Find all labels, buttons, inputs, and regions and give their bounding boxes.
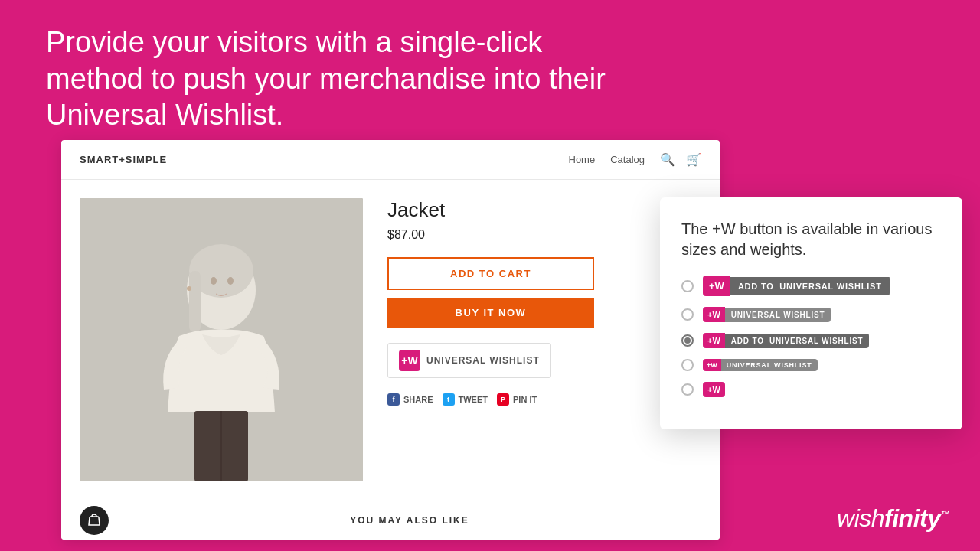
you-may-like-label: YOU MAY ALSO LIKE [118,515,701,526]
wl-badge-large[interactable]: +W ADD TO UNIVERSAL WISHLIST [703,276,890,296]
wishlist-w-icon: +W [401,354,417,367]
plus-w-icon-small: +W [707,336,720,345]
shopify-icon [80,506,109,535]
universal-wishlist-button[interactable]: +W UNIVERSAL WISHLIST [387,343,551,378]
nav-links: Home Catalog [569,154,645,165]
twitter-icon: t [443,393,455,406]
share-label: SHARE [403,395,433,404]
store-footer: YOU MAY ALSO LIKE [61,500,720,540]
pin-button[interactable]: P PIN IT [497,393,537,406]
social-share: f SHARE t TWEET P PIN IT [387,393,701,406]
shopify-bag-svg [87,513,102,528]
hero-section: Provide your visitors with a single-clic… [0,0,980,152]
trademark-symbol: ™ [941,509,950,520]
cart-icon[interactable]: 🛒 [686,152,701,167]
tweet-label: TWEET [459,395,488,404]
plus-w-icon-medium: +W [707,310,720,319]
wl-text-large: ADD TO UNIVERSAL WISHLIST [730,277,890,295]
plus-w-icon-mini: +W [707,361,717,369]
wishlist-option-1: +W ADD TO UNIVERSAL WISHLIST [681,276,941,296]
nav-catalog[interactable]: Catalog [610,154,645,165]
pinterest-icon: P [497,393,509,406]
svg-point-6 [211,277,217,285]
svg-point-8 [187,286,191,291]
product-image [80,198,363,481]
radio-3[interactable] [681,334,694,347]
plus-w-icon-only: +W [707,385,720,394]
overlay-panel: The +W button is available in various si… [660,197,962,429]
wishlist-btn-text: UNIVERSAL WISHLIST [426,355,540,366]
wishfinity-logo: wishfinity™ [837,504,949,533]
wl-icon-large: +W [703,276,730,296]
wl-badge-mini[interactable]: +W UNIVERSAL WISHLIST [703,359,818,371]
add-to-cart-button[interactable]: ADD TO CART [387,257,594,290]
wishlist-option-2: +W UNIVERSAL WISHLIST [681,307,941,322]
radio-1[interactable] [681,280,694,292]
store-nav: SMART+SIMPLE Home Catalog 🔍 🛒 [61,140,720,180]
wl-text-small: ADD TO UNIVERSAL WISHLIST [725,334,870,348]
store-mockup: SMART+SIMPLE Home Catalog 🔍 🛒 [61,140,720,540]
product-info: Jacket $87.00 ADD TO CART BUY IT NOW +W … [387,198,701,481]
wl-badge-small[interactable]: +W ADD TO UNIVERSAL WISHLIST [703,333,869,348]
wl-icon-mini: +W [703,359,721,371]
svg-point-7 [227,277,234,285]
wl-icon-medium: +W [703,307,725,322]
radio-4[interactable] [681,359,694,371]
wishlist-option-3: +W ADD TO UNIVERSAL WISHLIST [681,333,941,348]
product-image-placeholder [80,198,363,481]
buy-now-button[interactable]: BUY IT NOW [387,298,594,328]
product-svg [80,198,363,481]
product-price: $87.00 [387,228,701,242]
search-icon[interactable]: 🔍 [660,152,675,167]
tweet-button[interactable]: t TWEET [443,393,488,406]
wl-text-medium: UNIVERSAL WISHLIST [725,308,831,322]
share-facebook-button[interactable]: f SHARE [387,393,433,406]
wishfinity-text: wishfinity™ [837,504,949,532]
radio-5[interactable] [681,383,694,396]
wl-icon-only-badge[interactable]: +W [703,382,725,397]
wishlist-icon: +W [399,350,420,371]
svg-rect-3 [189,271,201,332]
hero-text: Provide your visitors with a single-clic… [0,0,689,152]
overlay-title: The +W button is available in various si… [681,219,941,260]
radio-2[interactable] [681,308,694,321]
pin-label: PIN IT [513,395,537,404]
wishlist-option-4: +W UNIVERSAL WISHLIST [681,359,941,371]
wishlist-option-5: +W [681,382,941,397]
plus-w-icon-large: +W [709,280,724,292]
store-logo: SMART+SIMPLE [80,154,167,165]
product-title: Jacket [387,198,701,222]
nav-icons: 🔍 🛒 [660,152,701,167]
nav-home[interactable]: Home [569,154,596,165]
wl-text-mini: UNIVERSAL WISHLIST [721,359,818,371]
wl-badge-medium[interactable]: +W UNIVERSAL WISHLIST [703,307,831,322]
facebook-icon: f [387,393,400,406]
wl-icon-small: +W [703,333,725,348]
store-body: Jacket $87.00 ADD TO CART BUY IT NOW +W … [61,180,720,500]
